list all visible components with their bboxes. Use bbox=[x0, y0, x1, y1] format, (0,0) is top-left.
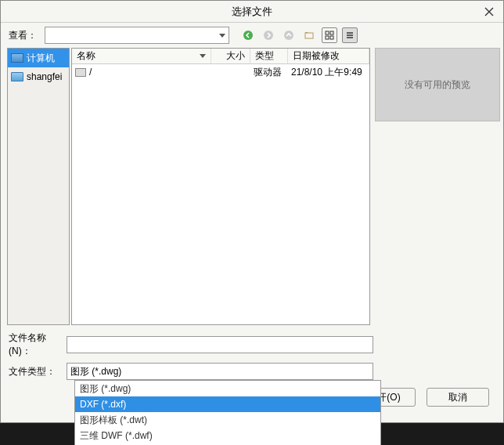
svg-rect-6 bbox=[326, 36, 329, 39]
look-in-label: 查看： bbox=[9, 29, 37, 42]
new-folder-icon bbox=[304, 30, 315, 41]
forward-icon bbox=[263, 30, 274, 41]
file-size bbox=[211, 71, 250, 74]
filetype-option[interactable]: 图形样板 (*.dwt) bbox=[75, 412, 380, 428]
thumbnail-icon bbox=[325, 31, 334, 40]
column-type[interactable]: 类型 bbox=[250, 49, 288, 63]
column-size[interactable]: 大小 bbox=[211, 49, 250, 63]
filetype-label: 文件类型： bbox=[9, 365, 67, 378]
drive-icon bbox=[75, 68, 86, 77]
filename-row: 文件名称(N)： bbox=[9, 331, 495, 358]
sidebar-item-label: shangfei bbox=[27, 71, 62, 82]
cancel-button[interactable]: 取消 bbox=[427, 388, 489, 407]
preview-pane: 没有可用的预览 bbox=[375, 48, 500, 121]
list-icon bbox=[345, 31, 355, 40]
filetype-combo[interactable]: 图形 (*.dwg) bbox=[67, 363, 373, 380]
chevron-down-icon bbox=[219, 34, 225, 38]
computer-icon bbox=[11, 53, 23, 63]
table-row[interactable]: / 驱动器 21/8/10 上午9:49 bbox=[72, 64, 369, 80]
file-list-rows[interactable]: / 驱动器 21/8/10 上午9:49 bbox=[72, 64, 369, 324]
sidebar-item-label: 计算机 bbox=[27, 52, 55, 65]
filetype-option[interactable]: DXF (*.dxf) bbox=[75, 396, 380, 412]
look-in-combo[interactable] bbox=[45, 27, 229, 44]
column-name[interactable]: 名称 bbox=[72, 49, 211, 63]
file-list: 名称 大小 类型 日期被修改 / 驱动器 21/8/10 上午9:49 bbox=[71, 48, 370, 325]
up-button[interactable] bbox=[281, 27, 297, 43]
filename-label: 文件名称(N)： bbox=[9, 331, 67, 358]
toolbar: 查看： bbox=[1, 23, 503, 48]
thumbnail-view-button[interactable] bbox=[322, 27, 337, 43]
body: 计算机 shangfei 名称 大小 类型 日期被修改 bbox=[1, 48, 503, 325]
file-name: / bbox=[89, 67, 92, 78]
file-type: 驱动器 bbox=[250, 64, 288, 81]
close-icon bbox=[484, 7, 494, 16]
svg-rect-5 bbox=[330, 31, 333, 34]
filename-input[interactable] bbox=[67, 336, 373, 353]
filetype-value: 图形 (*.dwg) bbox=[70, 365, 121, 378]
svg-rect-4 bbox=[326, 31, 329, 34]
file-dialog: 选择文件 查看： bbox=[0, 0, 504, 423]
column-modified[interactable]: 日期被修改 bbox=[288, 49, 369, 63]
filetype-option[interactable]: 三维 DWF (*.dwf) bbox=[75, 428, 380, 443]
filetype-row: 文件类型： 图形 (*.dwg) 图形 (*.dwg) DXF (*.dxf) … bbox=[9, 363, 495, 380]
svg-rect-3 bbox=[305, 33, 313, 38]
svg-rect-7 bbox=[330, 36, 333, 39]
svg-point-0 bbox=[243, 31, 253, 40]
new-folder-button[interactable] bbox=[301, 27, 317, 43]
file-modified: 21/8/10 上午9:49 bbox=[288, 64, 369, 81]
bottom-panel: 文件名称(N)： 文件类型： 图形 (*.dwg) 图形 (*.dwg) DXF… bbox=[1, 325, 503, 380]
list-view-button[interactable] bbox=[342, 27, 358, 43]
forward-button[interactable] bbox=[261, 27, 276, 43]
sidebar-item-home[interactable]: shangfei bbox=[8, 67, 69, 86]
sort-indicator-icon bbox=[200, 54, 206, 58]
dialog-title: 选择文件 bbox=[232, 5, 272, 19]
file-list-header: 名称 大小 类型 日期被修改 bbox=[72, 49, 369, 64]
back-icon bbox=[243, 30, 254, 41]
sidebar: 计算机 shangfei bbox=[7, 48, 70, 325]
up-icon bbox=[283, 30, 294, 41]
close-button[interactable] bbox=[481, 4, 497, 20]
filetype-option[interactable]: 图形 (*.dwg) bbox=[75, 381, 380, 396]
back-button[interactable] bbox=[240, 27, 256, 43]
titlebar: 选择文件 bbox=[1, 1, 503, 23]
filetype-dropdown: 图形 (*.dwg) DXF (*.dxf) 图形样板 (*.dwt) 三维 D… bbox=[74, 380, 381, 445]
svg-point-2 bbox=[284, 31, 293, 40]
sidebar-item-computer[interactable]: 计算机 bbox=[8, 49, 69, 67]
svg-point-1 bbox=[264, 31, 273, 40]
preview-text: 没有可用的预览 bbox=[405, 78, 470, 92]
folder-icon bbox=[11, 72, 23, 81]
